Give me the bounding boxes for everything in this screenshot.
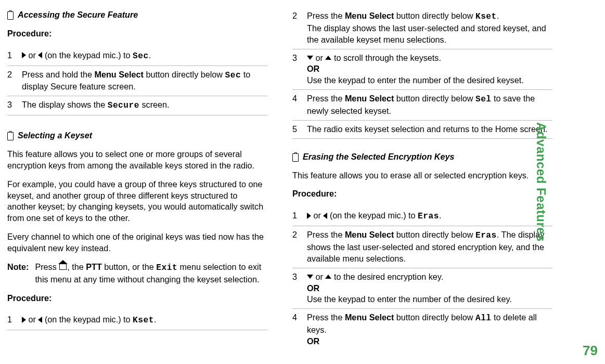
or-label: OR: [307, 64, 319, 73]
step-item: Press the Menu Select button directly be…: [292, 226, 552, 268]
or-label: OR: [307, 336, 319, 346]
intro-paragraph: This feature allows you to erase all or …: [292, 170, 552, 181]
home-icon: [59, 264, 67, 270]
intro-paragraph: For example, you could have a group of t…: [7, 179, 267, 224]
code: Exit: [156, 263, 177, 272]
text: Press the: [307, 313, 345, 322]
text: The radio exits keyset selection and ret…: [307, 124, 547, 134]
section-title: Selecting a Keyset: [18, 130, 92, 141]
text: , the: [67, 262, 86, 271]
left-arrow-icon: [38, 52, 42, 58]
note-body: Press , the PTT button, or the Exit menu…: [35, 262, 267, 285]
side-chapter-title: Advanced Features: [534, 122, 548, 242]
code: Eras: [475, 231, 497, 240]
text: or: [316, 53, 323, 62]
procedure-label: Procedure:: [7, 28, 267, 40]
code: Sec: [133, 51, 149, 61]
code: Secure: [108, 101, 139, 110]
text: button directly below: [394, 230, 475, 239]
text: Press the: [307, 230, 345, 239]
step-item: The display shows the Secure screen.: [7, 96, 267, 115]
left-arrow-icon: [323, 213, 327, 219]
text: or: [29, 315, 36, 324]
text: to scroll through the keysets.: [331, 53, 441, 62]
section-title: Erasing the Selected Encryption Keys: [303, 151, 454, 163]
text: Press the: [307, 11, 345, 20]
text: or: [316, 272, 323, 281]
text: .: [149, 50, 151, 60]
text: button directly below: [394, 11, 475, 20]
section-header-accessing-secure: Accessing the Secure Feature: [7, 9, 267, 21]
step-item: or (on the keypad mic.) to Sec.: [7, 47, 267, 66]
text: Press and hold the: [22, 70, 94, 79]
code: Kset: [475, 12, 497, 21]
step-item: Press the Menu Select button directly be…: [292, 90, 552, 121]
text: screen.: [139, 100, 170, 109]
text: .: [497, 11, 499, 20]
page: Accessing the Secure Feature Procedure: …: [0, 0, 605, 364]
intro-paragraph: Every channel to which one of the origin…: [7, 231, 267, 254]
text: Press the: [307, 94, 345, 103]
step-item: or to scroll through the keysets. OR Use…: [292, 49, 552, 90]
step-item: Press and hold the Menu Select button di…: [7, 66, 267, 97]
procedure-label: Procedure:: [292, 188, 552, 200]
note-label: Note:: [7, 262, 29, 285]
step-item: Press the Menu Select button directly be…: [292, 309, 552, 350]
bold-text: Menu Select: [94, 70, 143, 79]
up-arrow-icon: [325, 56, 331, 60]
bold-text: Menu Select: [345, 94, 394, 103]
section-header-selecting-keyset: Selecting a Keyset: [7, 130, 267, 141]
text: (on the keypad mic.) to: [330, 211, 416, 220]
right-arrow-icon: [22, 52, 26, 58]
right-arrow-icon: [22, 317, 26, 323]
text: or: [29, 50, 36, 60]
text: .: [154, 315, 157, 324]
text: (on the keypad mic.) to: [45, 50, 131, 60]
code: Eras: [418, 212, 439, 221]
steps-erasing-keys: or (on the keypad mic.) to Eras. Press t…: [292, 207, 552, 350]
section-title: Accessing the Secure Feature: [18, 9, 138, 21]
doc-icon: [7, 132, 14, 140]
code: Kset: [133, 316, 154, 325]
down-arrow-icon: [307, 56, 313, 60]
sidebar: Advanced Features: [573, 7, 605, 357]
bold-text: PTT: [86, 262, 102, 271]
doc-icon: [292, 153, 299, 162]
steps-selecting-keyset-right: Press the Menu Select button directly be…: [292, 7, 552, 139]
step-item: or (on the keypad mic.) to Eras.: [292, 207, 552, 226]
step-item: The radio exits keyset selection and ret…: [292, 121, 552, 139]
steps-accessing-secure: or (on the keypad mic.) to Sec. Press an…: [7, 47, 267, 115]
or-label: OR: [307, 283, 319, 293]
step-item: or to the desired encryption key. OR Use…: [292, 268, 552, 309]
code: Sec: [225, 71, 241, 80]
code: All: [475, 314, 492, 323]
bold-text: Menu Select: [345, 11, 394, 20]
text: .: [439, 211, 442, 220]
page-number: 79: [583, 343, 598, 359]
text: button directly below: [144, 70, 225, 79]
code: Sel: [475, 95, 492, 104]
procedure-label: Procedure:: [7, 293, 267, 304]
intro-paragraph: This feature allows you to select one or…: [7, 149, 267, 172]
text: (on the keypad mic.) to: [45, 315, 131, 324]
text: button directly below: [394, 94, 475, 103]
text: The display shows the last user-selected…: [307, 23, 546, 44]
text: or: [314, 211, 321, 220]
up-arrow-icon: [325, 275, 331, 279]
text: The display shows the: [22, 100, 108, 109]
text: Use the keypad to enter the number of th…: [307, 294, 512, 304]
steps-selecting-keyset-left: or (on the keypad mic.) to Kset.: [7, 311, 267, 330]
bold-text: Menu Select: [345, 313, 394, 322]
text: Use the keypad to enter the number of th…: [307, 75, 524, 85]
note-block: Note: Press , the PTT button, or the Exi…: [7, 262, 267, 285]
content-area: Accessing the Secure Feature Procedure: …: [7, 7, 573, 357]
text: button, or the: [102, 262, 156, 271]
bold-text: Menu Select: [345, 230, 394, 239]
text: button directly below: [394, 313, 475, 322]
left-arrow-icon: [38, 317, 42, 323]
section-header-erasing-keys: Erasing the Selected Encryption Keys: [292, 151, 552, 163]
step-item: or (on the keypad mic.) to Kset.: [7, 311, 267, 330]
right-column: Press the Menu Select button directly be…: [292, 7, 552, 357]
right-arrow-icon: [307, 213, 311, 219]
step-item: Press the Menu Select button directly be…: [292, 7, 552, 49]
